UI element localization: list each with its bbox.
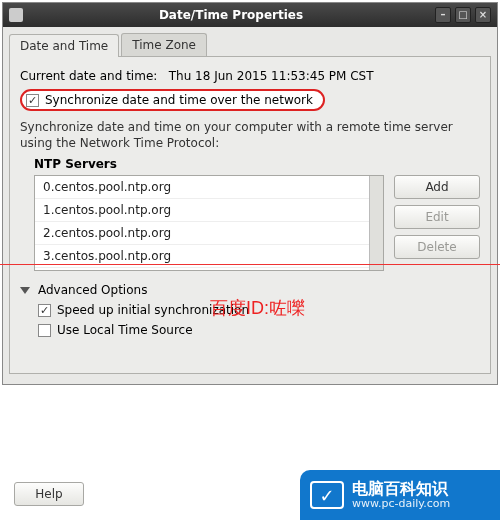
edit-button: Edit (394, 205, 480, 229)
list-item[interactable]: 1.centos.pool.ntp.org (35, 199, 383, 222)
footer-site-name: 电脑百科知识 (352, 480, 450, 498)
client-area: Date and Time Time Zone Current date and… (3, 27, 497, 384)
current-datetime-label: Current date and time: (20, 69, 157, 83)
close-button[interactable]: × (475, 7, 491, 23)
window-title: Date/Time Properties (27, 8, 435, 22)
footer-site-url: www.pc-daily.com (352, 498, 450, 510)
use-local-checkbox[interactable] (38, 324, 51, 337)
ntp-title: NTP Servers (34, 157, 480, 171)
use-local-label: Use Local Time Source (57, 323, 193, 337)
annotation-red-line (0, 264, 500, 265)
ntp-button-column: Add Edit Delete (394, 175, 480, 259)
footer-watermark: ✓ 电脑百科知识 www.pc-daily.com (300, 470, 500, 520)
use-local-time-row[interactable]: Use Local Time Source (38, 323, 480, 337)
maximize-button[interactable]: □ (455, 7, 471, 23)
help-button[interactable]: Help (14, 482, 84, 506)
sync-over-network-row[interactable]: ✓ Synchronize date and time over the net… (20, 89, 325, 111)
add-button[interactable]: Add (394, 175, 480, 199)
tab-time-zone[interactable]: Time Zone (121, 33, 207, 56)
sync-checkbox[interactable]: ✓ (26, 94, 39, 107)
tab-panel: Current date and time: Thu 18 Jun 2015 1… (9, 57, 491, 374)
advanced-options-label: Advanced Options (38, 283, 147, 297)
list-item[interactable]: 0.centos.pool.ntp.org (35, 176, 383, 199)
check-monitor-icon: ✓ (310, 481, 344, 509)
current-datetime-value: Thu 18 Jun 2015 11:53:45 PM CST (169, 69, 374, 83)
tab-date-and-time[interactable]: Date and Time (9, 34, 119, 57)
scrollbar[interactable] (369, 176, 383, 270)
tab-bar: Date and Time Time Zone (9, 33, 491, 57)
chevron-down-icon (20, 287, 30, 294)
sync-checkbox-label: Synchronize date and time over the netwo… (45, 93, 313, 107)
titlebar[interactable]: Date/Time Properties – □ × (3, 3, 497, 27)
delete-button: Delete (394, 235, 480, 259)
watermark-baidu-id: 百度ID:咗嚛 (210, 296, 305, 320)
ntp-server-list[interactable]: 0.centos.pool.ntp.org 1.centos.pool.ntp.… (34, 175, 384, 271)
speed-up-checkbox[interactable]: ✓ (38, 304, 51, 317)
ntp-section: NTP Servers 0.centos.pool.ntp.org 1.cent… (34, 157, 480, 271)
list-item[interactable]: 2.centos.pool.ntp.org (35, 222, 383, 245)
app-icon (9, 8, 23, 22)
current-datetime-row: Current date and time: Thu 18 Jun 2015 1… (20, 69, 480, 83)
minimize-button[interactable]: – (435, 7, 451, 23)
dialog-window: Date/Time Properties – □ × Date and Time… (2, 2, 498, 385)
sync-description: Synchronize date and time on your comput… (20, 119, 480, 151)
